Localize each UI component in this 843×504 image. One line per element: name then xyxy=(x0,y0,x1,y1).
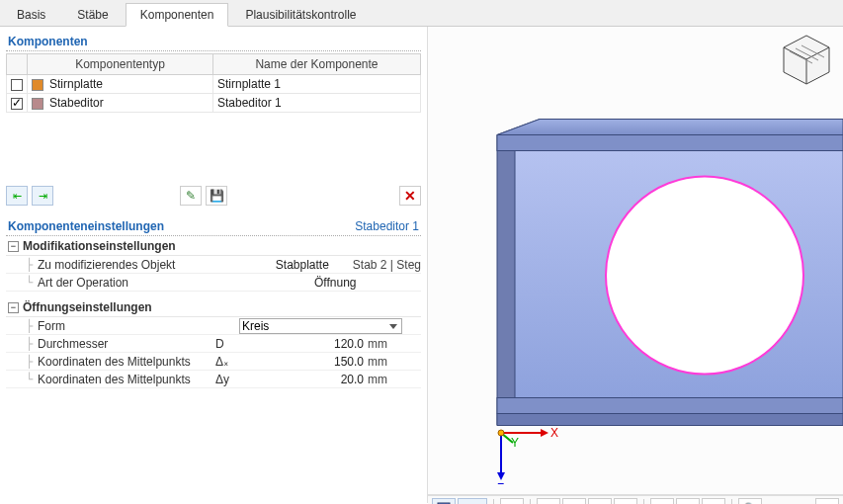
settings-title: Komponenteneinstellungen xyxy=(8,219,164,233)
group-opening-title: Öffnungseinstellungen xyxy=(23,300,152,314)
svg-point-21 xyxy=(498,430,504,436)
search-cancel-button[interactable]: 🔍 xyxy=(738,498,762,504)
col-check xyxy=(7,54,28,75)
point-size-button[interactable]: 10 xyxy=(458,498,487,504)
row1-swatch xyxy=(32,98,43,110)
print-button[interactable]: 🖨 xyxy=(702,498,725,504)
indent-right-button[interactable]: ⇥ xyxy=(32,186,53,206)
row0-swatch xyxy=(32,79,43,91)
group-modification-title: Modifikationseinstellungen xyxy=(23,239,176,253)
prop-dia-label: Durchmesser xyxy=(38,337,215,351)
group-modification[interactable]: − Modifikationseinstellungen xyxy=(6,236,421,256)
layers-button[interactable]: ▤ xyxy=(650,498,674,504)
library-button[interactable]: ✎ xyxy=(180,186,202,206)
row0-name: Stirnplatte 1 xyxy=(213,75,421,94)
components-panel-title: Komponenten xyxy=(6,31,421,51)
col-type: Komponententyp xyxy=(28,54,213,75)
prop-target-extra: Stab 2 | Steg xyxy=(353,258,421,272)
indent-left-button[interactable]: ⇤ xyxy=(6,186,28,206)
render-mode-button[interactable] xyxy=(432,498,456,504)
tab-staebe[interactable]: Stäbe xyxy=(62,3,123,26)
svg-text:Y: Y xyxy=(511,436,519,450)
library-icon: ✎ xyxy=(186,189,196,203)
prop-cy-value: 20.0 xyxy=(239,373,368,386)
prop-dia-symbol: D xyxy=(215,337,239,351)
settings-header: Komponenteneinstellungen Stabeditor 1 xyxy=(6,215,421,236)
svg-point-4 xyxy=(606,177,803,375)
prop-cy-label: Koordinaten des Mittelpunkts xyxy=(38,373,215,386)
property-row-diameter[interactable]: ├ Durchmesser D 120.0 mm xyxy=(6,335,421,353)
tab-plausibilitaet[interactable]: Plausibilitätskontrolle xyxy=(230,3,371,26)
export-button[interactable]: ⎘ xyxy=(815,498,839,504)
right-panel: X Z Y 10 👁 ↓X ↓Y ↑Z ↓Z ▤ ◧ 🖨 🔍 xyxy=(428,27,843,503)
expander-icon[interactable]: − xyxy=(8,302,19,313)
property-row-center-y[interactable]: └ Koordinaten des Mittelpunkts Δy 20.0 m… xyxy=(6,371,421,388)
arrow-left-icon: ⇤ xyxy=(13,190,22,203)
prop-form-select[interactable]: Kreis xyxy=(239,318,402,334)
delete-button[interactable]: ✕ xyxy=(399,186,421,206)
prop-dia-unit: mm xyxy=(368,337,397,351)
save-icon: 💾 xyxy=(210,189,224,203)
prop-cx-symbol: Δₓ xyxy=(215,355,239,369)
row0-type: Stirnplatte xyxy=(49,77,103,91)
group-opening[interactable]: − Öffnungseinstellungen xyxy=(6,297,421,317)
col-name: Name der Komponente xyxy=(213,54,421,75)
left-panel: Komponenten Komponententyp Name der Komp… xyxy=(0,27,428,503)
table-row[interactable]: Stirnplatte Stirnplatte 1 xyxy=(7,75,421,94)
components-toolbar: ⇤ ⇥ ✎ 💾 ✕ xyxy=(6,182,421,210)
prop-cy-symbol: Δy xyxy=(215,373,239,386)
settings-object-name: Stabeditor 1 xyxy=(355,219,419,233)
prop-op-label: Art der Operation xyxy=(38,276,291,290)
tab-komponenten[interactable]: Komponenten xyxy=(126,3,229,27)
prop-cy-unit: mm xyxy=(368,373,397,386)
prop-cx-label: Koordinaten des Mittelpunkts xyxy=(38,355,215,369)
property-row-center-x[interactable]: ├ Koordinaten des Mittelpunkts Δₓ 150.0 … xyxy=(6,353,421,371)
prop-target-value: Stabplatte xyxy=(276,258,353,272)
property-row-operation[interactable]: └ Art der Operation Öffnung xyxy=(6,274,421,292)
svg-marker-14 xyxy=(541,429,548,437)
svg-text:X: X xyxy=(550,426,558,440)
view-x-button[interactable]: ↓X xyxy=(537,498,560,504)
arrow-right-icon: ⇥ xyxy=(39,190,47,203)
tab-bar: Basis Stäbe Komponenten Plausibilitätsko… xyxy=(0,0,843,27)
property-row-target[interactable]: ├ Zu modifizierendes Objekt Stabplatte S… xyxy=(6,256,421,274)
view-y-button[interactable]: ↓Y xyxy=(562,498,586,504)
view-z-button[interactable]: ↑Z xyxy=(588,498,612,504)
viewport-toolbar: 10 👁 ↓X ↓Y ↑Z ↓Z ▤ ◧ 🖨 🔍 ⎘ xyxy=(428,495,843,504)
row1-type: Stabeditor xyxy=(49,96,104,110)
row1-checkbox[interactable] xyxy=(11,98,23,110)
3d-viewport[interactable]: X Z Y xyxy=(428,27,843,495)
svg-marker-1 xyxy=(497,120,843,135)
components-table: Komponententyp Name der Komponente Stirn… xyxy=(6,53,421,113)
prop-cx-value: 150.0 xyxy=(239,355,368,369)
expander-icon[interactable]: − xyxy=(8,241,19,252)
prop-form-label: Form xyxy=(38,319,215,333)
row1-name: Stabeditor 1 xyxy=(213,94,421,113)
property-row-form[interactable]: ├ Form Kreis xyxy=(6,317,421,335)
delete-icon: ✕ xyxy=(404,188,416,204)
eye-button[interactable]: 👁 xyxy=(500,498,524,504)
save-button[interactable]: 💾 xyxy=(206,186,227,206)
isometric-button[interactable]: ◧ xyxy=(676,498,700,504)
coordinate-axes: X Z Y xyxy=(483,415,562,484)
svg-marker-17 xyxy=(497,472,505,480)
prop-cx-unit: mm xyxy=(368,355,397,369)
view-neg-z-button[interactable]: ↓Z xyxy=(614,498,637,504)
prop-dia-value: 120.0 xyxy=(239,337,368,351)
prop-op-value: Öffnung xyxy=(314,276,391,290)
view-cube[interactable] xyxy=(780,33,833,86)
table-row[interactable]: Stabeditor Stabeditor 1 xyxy=(7,94,421,113)
tab-basis[interactable]: Basis xyxy=(2,3,60,26)
row0-checkbox[interactable] xyxy=(11,79,23,91)
prop-target-label: Zu modifizierendes Objekt xyxy=(38,258,252,272)
svg-text:Z: Z xyxy=(497,481,504,484)
svg-rect-2 xyxy=(497,135,843,151)
